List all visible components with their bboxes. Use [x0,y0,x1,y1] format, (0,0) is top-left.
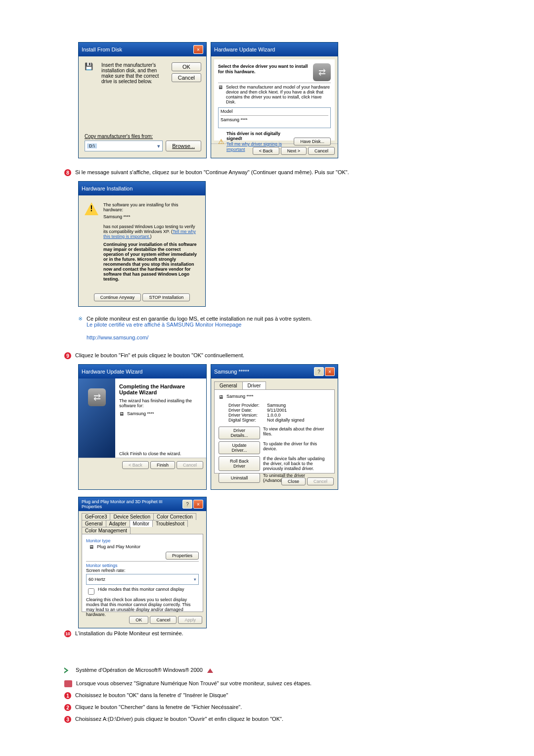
disp-cancel-button[interactable]: Cancel [150,616,177,624]
done-back-button: < Back [122,461,149,469]
disp-ok-button[interactable]: OK [129,616,148,624]
disp-apply-button: Apply [178,616,202,624]
monitor-type-value: Plug and Play Monitor [97,544,140,550]
step-9-badge: 9 [64,352,71,359]
stop-installation-button[interactable]: STOP Installation [142,293,190,301]
huw-title: Hardware Update Wizard [214,47,275,52]
hwinst-line2: Samsung **** [103,214,199,219]
ifd-title: Install From Disk [82,47,122,52]
hardware-installation-window: Hardware Installation ! The software you… [78,181,206,307]
browse-button[interactable]: Browse... [166,141,201,151]
copy-from-input[interactable]: D:\▾ [85,141,163,151]
note-line2: Le pilote certifié va etre affiché à SAM… [87,322,312,328]
tab-color-correction[interactable]: Color Correction [153,513,196,520]
have-disk-button[interactable]: Have Disk... [294,138,331,145]
wizard-icon: ⇄ [313,63,331,81]
monitor-icon [89,544,94,550]
cancel-button[interactable]: Cancel [172,73,201,82]
big-warning-icon: ! [85,202,98,215]
step-9-text: Cliquez le bouton "Fin" et puis cliquez … [75,352,244,358]
disp-title: Plug and Play Monitor and 3D Prophet III… [82,499,182,509]
tab-color-management[interactable]: Color Management [82,527,131,534]
ifd-titlebar: Install From Disk × [79,43,206,56]
refresh-rate-label: Screen refresh rate: [86,568,199,573]
bullet-3-text: Choisissez A:(D:\Driver) puis cliquez le… [75,716,283,722]
update-driver-button[interactable]: Update Driver... [219,441,260,454]
bullet-2-text: Cliquez le bouton "Chercher" dans la fen… [75,704,242,710]
arrow-right-icon [64,667,70,673]
huw-heading: Select the device driver you want to ins… [218,64,308,74]
monitor-icon [119,411,124,417]
hwinst-warning-text: Continuing your installation of this sof… [103,242,199,282]
bullet-3-badge: 3 [64,716,71,723]
ifd-instruction: Insert the manufacturer's installation d… [101,62,168,84]
roll-back-driver-button[interactable]: Roll Back Driver [219,456,260,471]
tab-adapter[interactable]: Adapter [106,520,130,527]
unsigned-text: This driver is not digitally signed! [226,131,292,141]
props-title: Samsung ***** [214,369,249,375]
warning-icon [218,138,224,145]
bullet-2-badge: 2 [64,704,71,711]
properties-button[interactable]: Properties [166,552,199,560]
step-10-text: L'installation du Pilote Moniteur est te… [75,630,183,636]
step-8-text: Si le message suivant s'affiche, cliquez… [75,169,349,175]
help-icon[interactable]: ? [182,500,192,509]
props-cancel-button: Cancel [307,477,334,485]
finish-button[interactable]: Finish [150,461,175,469]
tab-device-selection[interactable]: Device Selection [110,513,153,520]
tab-troubleshoot[interactable]: Troubleshoot [152,520,188,527]
arrow-up-icon[interactable] [207,668,213,673]
samsung-url[interactable]: http://www.samsung.com/ [87,334,148,340]
bullet-1-badge: 1 [64,692,71,699]
monitor-settings-label: Monitor settings [86,563,199,568]
signature-icon [64,680,72,687]
huwdone-line2: Samsung **** [127,411,154,417]
model-label: Model [221,109,328,114]
copy-from-label: Copy manufacturer's files from: [85,134,201,139]
tab-general2[interactable]: General [82,520,106,527]
tab-monitor[interactable]: Monitor [130,520,153,527]
model-value: Samsung **** [221,117,328,122]
model-listbox[interactable]: Model Samsung **** [218,107,331,128]
install-from-disk-window: Install From Disk × Insert the manufactu… [78,42,207,158]
help-icon[interactable]: ? [314,367,324,376]
driver-properties-window: Samsung *****?× GeneralDriver Samsung **… [211,364,338,490]
hide-modes-checkbox[interactable]: Hide modes that this monitor cannot disp… [86,587,199,596]
hwinst-title: Hardware Installation [82,186,133,191]
monitor-icon [218,85,223,104]
signature-step-text: Lorsque vous observez "Signature Numériq… [76,680,312,686]
tab-driver[interactable]: Driver [242,381,267,389]
note-star-icon: ※ [78,316,83,322]
refresh-rate-select[interactable]: 60 Hertz▾ [86,574,199,585]
monitor-type-label: Monitor type [86,538,199,543]
tab-general[interactable]: General [214,381,243,389]
huw-instruction: Select the manufacturer and model of you… [226,85,331,104]
step-8-badge: 8 [64,169,71,176]
props-device: Samsung **** [226,394,254,400]
note-line1: Ce pilote moniteur est en garantie du lo… [87,316,312,322]
done-cancel-button: Cancel [177,461,203,469]
bullet-1-text: Choisissez le bouton "OK" dans la fenetr… [75,692,228,698]
close-button[interactable]: Close [281,477,306,485]
driver-details-button[interactable]: Driver Details... [219,426,260,439]
disk-icon [85,62,97,84]
huwdone-line1: The wizard has finished installing the s… [119,398,202,408]
tab-geforce3[interactable]: GeForce3 [82,513,110,520]
close-icon[interactable]: × [325,367,335,376]
monitor-icon [219,394,223,400]
continue-anyway-button[interactable]: Continue Anyway [94,293,141,301]
uninstall-button[interactable]: Uninstall [219,473,260,483]
huwdone-heading: Completing the Hardware Update Wizard [119,383,202,395]
huwdone-title: Hardware Update Wizard [82,369,143,375]
huwdone-line3: Click Finish to close the wizard. [119,451,202,456]
wizard-done-icon: ⇄ [88,388,106,406]
step-10-badge: 10 [64,630,71,637]
tell-me-link[interactable]: Tell me why driver signing is important [226,142,282,152]
ok-button[interactable]: OK [172,62,201,71]
close-icon[interactable]: × [193,45,203,54]
display-properties-window: Plug and Play Monitor and 3D Prophet III… [78,497,207,628]
os2000-heading: Système d'Opération de Microsoft® Window… [76,667,203,673]
close-icon[interactable]: × [193,500,203,509]
hwinst-line1: The software you are installing for this… [103,202,199,212]
huw-titlebar: Hardware Update Wizard [211,43,338,56]
